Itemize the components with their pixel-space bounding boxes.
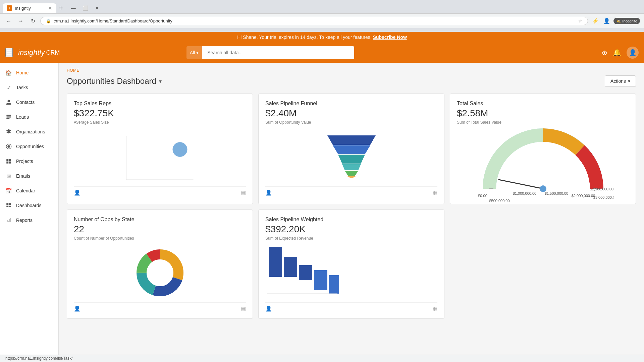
funnel-table-icon[interactable]: ▦ <box>432 189 437 196</box>
avatar-icon: 👤 <box>629 49 636 56</box>
sidebar-item-home[interactable]: 🏠 Home <box>0 65 58 80</box>
search-area: All ▾ <box>186 46 354 59</box>
svg-point-17 <box>540 185 546 192</box>
new-tab-button[interactable]: + <box>56 4 66 12</box>
address-bar[interactable]: 🔒 crm.na1.insightly.com/Home/StandardDas… <box>40 17 588 25</box>
plus-icon: ⊕ <box>602 49 607 56</box>
opps-state-subtitle: Count of Number of Opportunities <box>74 236 246 241</box>
svg-point-7 <box>173 142 187 157</box>
add-button[interactable]: ⊕ <box>602 49 607 57</box>
svg-point-31 <box>147 259 173 286</box>
tab-close-button[interactable]: ✕ <box>48 5 52 11</box>
app-name: CRM <box>46 49 60 56</box>
browser-action-buttons: ⚡ 👤 🕵 Incognito <box>591 16 640 26</box>
sidebar-item-reports[interactable]: Reports <box>0 213 58 228</box>
incognito-icon: 🕵 <box>616 19 621 23</box>
sidebar-item-organizations[interactable]: Organizations <box>0 124 58 139</box>
funnel-value: $2.40M <box>265 108 437 119</box>
profile-button[interactable]: 👤 <box>602 16 611 26</box>
sidebar: 🏠 Home ✓ Tasks Contacts Leads Organizati… <box>0 63 59 361</box>
sidebar-item-calendar[interactable]: 📅 Calendar <box>0 183 58 198</box>
gauge-svg: $0.00 $500,000.00 $1,000,000.00 $1,500,0… <box>473 125 613 202</box>
bookmark-icon[interactable]: ☆ <box>578 18 582 23</box>
svg-point-4 <box>7 145 10 148</box>
opps-chart-icon[interactable]: 👤 <box>74 305 80 312</box>
sidebar-item-emails[interactable]: ✉ Emails <box>0 169 58 183</box>
gauge-chart: $0.00 $500,000.00 $1,000,000.00 $1,500,0… <box>457 130 629 197</box>
search-input[interactable] <box>202 46 354 59</box>
funnel-title: Sales Pipeline Funnel <box>265 101 437 107</box>
sidebar-label-projects: Projects <box>16 159 33 164</box>
sales-pipeline-weighted-card: Sales Pipeline Weighted $392.20K Sum of … <box>258 209 444 319</box>
opps-table-icon[interactable]: ▦ <box>241 305 246 312</box>
projects-icon <box>5 158 12 165</box>
sidebar-item-tasks[interactable]: ✓ Tasks <box>0 80 58 95</box>
sidebar-item-contacts[interactable]: Contacts <box>0 95 58 110</box>
svg-text:$3,000,000.00: $3,000,000.00 <box>593 195 613 199</box>
sidebar-label-contacts: Contacts <box>16 100 35 105</box>
opps-state-footer: 👤 ▦ <box>74 302 246 312</box>
sidebar-item-opportunities[interactable]: Opportunities <box>0 139 58 154</box>
top-sales-reps-card: Top Sales Reps $322.75K Average Sales Si… <box>67 94 253 204</box>
svg-rect-33 <box>284 257 297 277</box>
app-logo: insightly CRM <box>18 48 60 57</box>
sidebar-label-dashboards: Dashboards <box>16 203 42 208</box>
refresh-button[interactable]: ↻ <box>28 16 38 26</box>
sidebar-label-opportunities: Opportunities <box>16 144 44 149</box>
search-filter-dropdown[interactable]: All ▾ <box>186 46 202 59</box>
subscribe-link[interactable]: Subscribe Now <box>373 35 407 40</box>
donut-svg <box>133 246 187 300</box>
page-title-area: Opportunities Dashboard ▾ <box>67 76 162 86</box>
tasks-icon: ✓ <box>5 84 12 91</box>
main-layout: 🏠 Home ✓ Tasks Contacts Leads Organizati… <box>0 63 644 361</box>
maximize-button[interactable]: ⬜ <box>80 5 91 11</box>
actions-button[interactable]: Actions ▾ <box>605 75 636 87</box>
svg-rect-0 <box>6 115 11 116</box>
extensions-button[interactable]: ⚡ <box>591 16 600 26</box>
actions-label: Actions <box>610 78 626 84</box>
total-sales-subtitle: Sum of Total Sales Value <box>457 120 629 125</box>
active-tab[interactable]: i Insightly ✕ <box>3 3 56 13</box>
notification-bar: Hi Shane. Your trial expires in 14 days.… <box>0 32 644 43</box>
minimize-button[interactable]: — <box>68 5 78 11</box>
browser-tabs: i Insightly ✕ + — ⬜ ✕ <box>0 0 644 13</box>
chart-type-icon[interactable]: 👤 <box>74 189 80 196</box>
svg-text:$1,000,000.00: $1,000,000.00 <box>513 191 536 195</box>
weighted-chart <box>265 246 437 300</box>
sidebar-item-dashboards[interactable]: Dashboards <box>0 198 58 213</box>
funnel-chart <box>265 130 437 184</box>
user-avatar[interactable]: 👤 <box>627 47 639 59</box>
reports-icon <box>5 217 12 224</box>
weighted-value: $392.20K <box>265 224 437 235</box>
weighted-table-icon[interactable]: ▦ <box>432 305 437 312</box>
sidebar-item-leads[interactable]: Leads <box>0 110 58 124</box>
back-button[interactable]: ← <box>4 16 13 26</box>
dropdown-chevron-icon: ▾ <box>196 50 199 55</box>
hamburger-menu-button[interactable]: ☰ <box>5 48 13 57</box>
page-title-dropdown-icon[interactable]: ▾ <box>159 78 162 84</box>
svg-line-16 <box>499 180 543 189</box>
top-sales-value: $322.75K <box>74 108 246 119</box>
opps-by-state-card: Number of Opps by State 22 Count of Numb… <box>67 209 253 319</box>
svg-marker-11 <box>342 164 361 170</box>
forward-button[interactable]: → <box>16 16 25 26</box>
opps-state-title: Number of Opps by State <box>74 217 246 223</box>
svg-marker-10 <box>338 155 365 164</box>
funnel-chart-icon[interactable]: 👤 <box>265 189 272 196</box>
table-icon[interactable]: ▦ <box>241 189 246 196</box>
sidebar-label-calendar: Calendar <box>16 188 35 193</box>
weighted-subtitle: Sum of Expected Revenue <box>265 236 437 241</box>
lock-icon: 🔒 <box>46 19 51 23</box>
incognito-label: Incognito <box>622 19 637 23</box>
weighted-chart-icon[interactable]: 👤 <box>265 305 272 312</box>
close-window-button[interactable]: ✕ <box>92 5 102 11</box>
breadcrumb[interactable]: HOME <box>67 68 636 73</box>
sidebar-item-projects[interactable]: Projects <box>0 154 58 169</box>
page-header: Opportunities Dashboard ▾ Actions ▾ <box>67 75 636 87</box>
sidebar-label-organizations: Organizations <box>16 129 45 134</box>
svg-text:$500,000.00: $500,000.00 <box>489 199 509 202</box>
tab-title: Insightly <box>15 6 31 11</box>
app-header: ☰ insightly CRM All ▾ ⊕ 🔔 👤 <box>0 43 644 63</box>
funnel-subtitle: Sum of Opportunity Value <box>265 120 437 125</box>
notifications-button[interactable]: 🔔 <box>613 49 621 57</box>
